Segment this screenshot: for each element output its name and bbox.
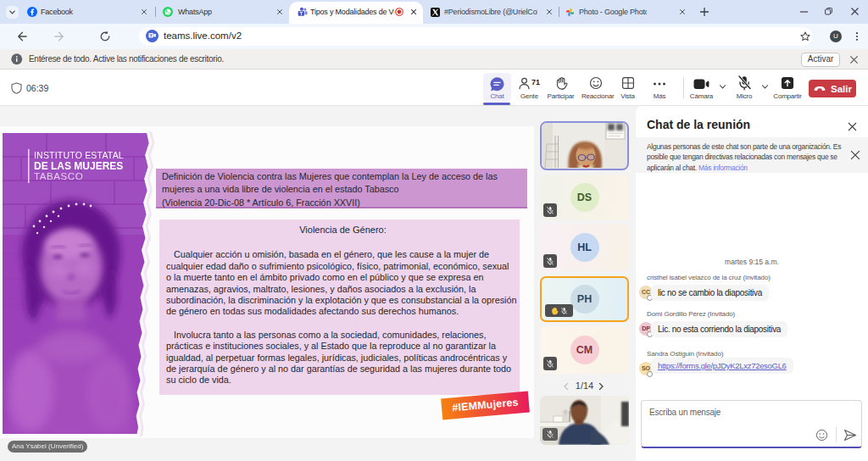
svg-text:INSTITUTO ESTATAL: INSTITUTO ESTATAL [34, 150, 124, 160]
svg-text:TABASCO: TABASCO [34, 171, 83, 181]
svg-text:DE LAS MUJERES: DE LAS MUJERES [34, 160, 123, 172]
